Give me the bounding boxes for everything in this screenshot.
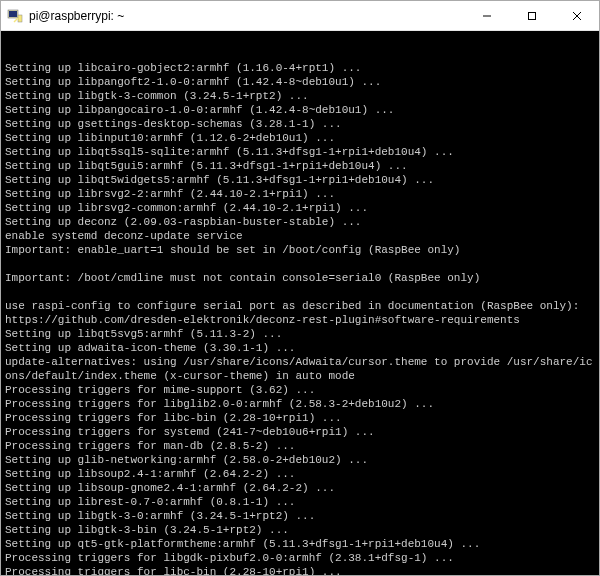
terminal-line: Setting up libqt5gui5:armhf (5.11.3+dfsg… <box>5 159 595 173</box>
terminal-line: Setting up librsvg2-2:armhf (2.44.10-2.1… <box>5 187 595 201</box>
terminal-line: Setting up libpangoft2-1.0-0:armhf (1.42… <box>5 75 595 89</box>
terminal-line: Processing triggers for libgdk-pixbuf2.0… <box>5 551 595 565</box>
terminal-line: https://github.com/dresden-elektronik/de… <box>5 313 595 327</box>
terminal-line: Setting up libgtk-3-bin (3.24.5-1+rpt2) … <box>5 523 595 537</box>
window-controls <box>464 1 599 30</box>
terminal-line: Processing triggers for libc-bin (2.28-1… <box>5 411 595 425</box>
terminal-line: Setting up libpangocairo-1.0-0:armhf (1.… <box>5 103 595 117</box>
terminal-output[interactable]: Setting up libcairo-gobject2:armhf (1.16… <box>1 31 599 575</box>
terminal-line: enable systemd deconz-update service <box>5 229 595 243</box>
terminal-line <box>5 285 595 299</box>
svg-line-3 <box>14 18 18 22</box>
maximize-button[interactable] <box>509 1 554 30</box>
terminal-line: Setting up librsvg2-common:armhf (2.44.1… <box>5 201 595 215</box>
terminal-line: Setting up libsoup-gnome2.4-1:armhf (2.6… <box>5 481 595 495</box>
svg-rect-5 <box>528 12 535 19</box>
terminal-line: use raspi-config to configure serial por… <box>5 299 595 313</box>
terminal-line: Setting up libqt5svg5:armhf (5.11.3-2) .… <box>5 327 595 341</box>
close-button[interactable] <box>554 1 599 30</box>
terminal-line: Processing triggers for man-db (2.8.5-2)… <box>5 439 595 453</box>
terminal-line: Important: enable_uart=1 should be set i… <box>5 243 595 257</box>
terminal-line: Setting up libqt5widgets5:armhf (5.11.3+… <box>5 173 595 187</box>
terminal-line: Processing triggers for libc-bin (2.28-1… <box>5 565 595 575</box>
terminal-line: Setting up libgtk-3-common (3.24.5-1+rpt… <box>5 89 595 103</box>
terminal-line: Setting up libqt5sql5-sqlite:armhf (5.11… <box>5 145 595 159</box>
terminal-window: pi@raspberrypi: ~ Setting up libcairo-go… <box>0 0 600 576</box>
terminal-line <box>5 257 595 271</box>
terminal-line: Processing triggers for systemd (241-7~d… <box>5 425 595 439</box>
terminal-line: Setting up glib-networking:armhf (2.58.0… <box>5 453 595 467</box>
terminal-line: Setting up qt5-gtk-platformtheme:armhf (… <box>5 537 595 551</box>
terminal-line: Setting up libcairo-gobject2:armhf (1.16… <box>5 61 595 75</box>
putty-icon <box>7 8 23 24</box>
terminal-line: Setting up libgtk-3-0:armhf (3.24.5-1+rp… <box>5 509 595 523</box>
titlebar[interactable]: pi@raspberrypi: ~ <box>1 1 599 31</box>
terminal-line: Processing triggers for libglib2.0-0:arm… <box>5 397 595 411</box>
terminal-line: Setting up adwaita-icon-theme (3.30.1-1)… <box>5 341 595 355</box>
terminal-lines: Setting up libcairo-gobject2:armhf (1.16… <box>5 61 595 575</box>
terminal-line: Setting up gsettings-desktop-schemas (3.… <box>5 117 595 131</box>
terminal-line: Important: /boot/cmdline must not contai… <box>5 271 595 285</box>
terminal-line: Setting up libinput10:armhf (1.12.6-2+de… <box>5 131 595 145</box>
terminal-line: Setting up librest-0.7-0:armhf (0.8.1-1)… <box>5 495 595 509</box>
window-title: pi@raspberrypi: ~ <box>29 9 464 23</box>
terminal-line: Setting up libsoup2.4-1:armhf (2.64.2-2)… <box>5 467 595 481</box>
terminal-line: update-alternatives: using /usr/share/ic… <box>5 355 595 383</box>
terminal-line: Processing triggers for mime-support (3.… <box>5 383 595 397</box>
terminal-line: Setting up deconz (2.09.03-raspbian-bust… <box>5 215 595 229</box>
svg-rect-1 <box>9 11 17 17</box>
minimize-button[interactable] <box>464 1 509 30</box>
svg-rect-2 <box>18 15 22 22</box>
